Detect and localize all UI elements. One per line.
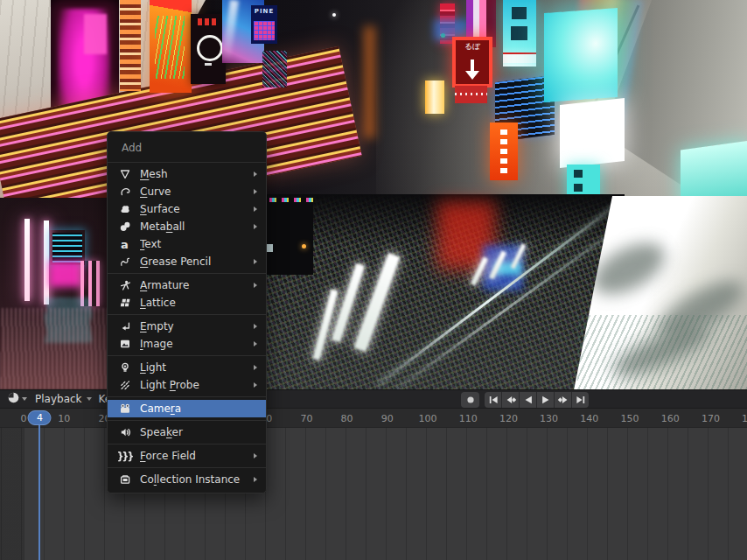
vehicle-lamp	[302, 244, 306, 248]
submenu-arrow-icon	[254, 172, 257, 177]
menu-item-surface[interactable]: Surface	[108, 200, 266, 218]
large-cyan-sign	[544, 8, 618, 102]
menu-item-collection-instance[interactable]: Collection Instance	[108, 471, 266, 488]
arrow-stem	[471, 60, 474, 72]
chevron-down-icon	[22, 397, 27, 401]
menu-item-label: Force Field	[140, 450, 247, 462]
current-frame-badge[interactable]: 4	[28, 410, 52, 425]
grease-pencil-icon	[117, 256, 132, 268]
menu-playback[interactable]: Playback	[30, 390, 97, 408]
collection-instance-icon	[117, 473, 132, 486]
add-menu: Add MeshCurveSurfaceMetaballaTextGrease …	[107, 131, 267, 494]
menu-item-label: Speaker	[140, 426, 257, 438]
submenu-arrow-icon	[254, 341, 257, 346]
submenu-arrow-icon	[254, 224, 257, 229]
red-kanji-marks	[198, 18, 219, 25]
camera-icon	[117, 402, 132, 415]
green-neon-script	[155, 16, 185, 79]
menu-item-label: Mesh	[140, 168, 247, 180]
jump-to-end-button[interactable]	[572, 392, 589, 408]
menu-item-label: Camera	[140, 402, 257, 415]
next-keyframe-button[interactable]	[555, 392, 571, 408]
kanji-mark	[511, 26, 527, 40]
menu-item-speaker[interactable]: Speaker	[108, 424, 266, 441]
menu-item-empty[interactable]: Empty	[108, 318, 266, 335]
menu-item-label: Metaball	[140, 220, 247, 233]
menu-item-camera[interactable]: Camera	[108, 400, 266, 417]
orange-glow-strip	[364, 26, 375, 138]
pine-sign-text: PINE	[251, 8, 277, 15]
frame-label: 110	[459, 413, 478, 424]
menu-separator	[108, 355, 266, 356]
kanji-mark	[574, 184, 583, 192]
menu-item-label: Image	[140, 338, 247, 350]
submenu-arrow-icon	[254, 189, 257, 194]
empty-icon	[117, 320, 132, 332]
menu-separator	[108, 273, 266, 274]
menu-item-light-probe[interactable]: Light Probe	[108, 376, 266, 394]
image-icon	[117, 338, 132, 350]
pink-poster	[84, 14, 107, 54]
submenu-arrow-icon	[254, 453, 257, 458]
playhead[interactable]	[38, 425, 40, 560]
menu-separator	[108, 467, 266, 468]
menu-item-grease-pencil[interactable]: Grease Pencil	[108, 253, 266, 270]
play-forward-button[interactable]	[537, 392, 554, 408]
menu-separator	[108, 314, 266, 315]
menu-item-label: Empty	[140, 320, 247, 332]
menu-item-image[interactable]: Image	[108, 335, 266, 353]
frame-label: 120	[499, 413, 518, 424]
clock-icon	[7, 391, 20, 408]
curve-icon	[117, 186, 132, 198]
frame-label: 150	[621, 413, 639, 424]
menu-separator	[108, 444, 266, 444]
menu-item-mesh[interactable]: Mesh	[108, 165, 266, 183]
black-circle-sign	[191, 14, 226, 84]
frame-label: 70	[300, 413, 312, 424]
submenu-arrow-icon	[254, 382, 257, 388]
editor-type-button[interactable]	[4, 390, 30, 409]
frame-label: 130	[540, 413, 558, 424]
menu-item-force-field[interactable]: }}}Force Field	[108, 447, 266, 465]
menu-item-lattice[interactable]: Lattice	[108, 294, 266, 312]
mesh-icon	[117, 168, 132, 180]
previous-keyframe-button[interactable]	[502, 392, 519, 408]
menu-item-curve[interactable]: Curve	[108, 183, 266, 200]
cyan-kanji-sign	[503, 0, 536, 66]
yellow-glow-sign	[425, 80, 444, 114]
metaball-icon	[117, 220, 132, 233]
submenu-arrow-icon	[254, 259, 257, 264]
menu-item-label: Light	[140, 361, 247, 374]
frame-label: 140	[580, 413, 598, 424]
menu-item-label: Collection Instance	[140, 473, 247, 486]
frame-label: 100	[419, 413, 437, 424]
blender-window: PINE るぼ	[0, 0, 747, 560]
menu-item-metaball[interactable]: Metaball	[108, 218, 266, 235]
menu-separator	[108, 396, 266, 397]
pine-sign-grid	[254, 21, 275, 40]
white-neon-tube	[24, 219, 30, 301]
menu-item-light[interactable]: Light	[108, 359, 266, 376]
lattice-icon	[117, 297, 132, 309]
text-icon: a	[117, 239, 132, 250]
menu-item-armature[interactable]: Armature	[108, 276, 266, 294]
play-reverse-button[interactable]	[520, 392, 536, 408]
sign-white-text-marks	[500, 130, 507, 173]
record-button[interactable]	[461, 392, 479, 408]
submenu-arrow-icon	[254, 206, 257, 212]
force-field-icon: }}}	[117, 451, 132, 462]
surface-icon	[117, 203, 132, 215]
jump-to-start-button[interactable]	[485, 392, 501, 408]
menu-item-text[interactable]: aText	[108, 235, 266, 253]
speaker-icon	[117, 426, 132, 438]
white-glow-panel	[560, 98, 625, 168]
chevron-down-icon	[87, 397, 92, 401]
frame-label: 10	[58, 413, 70, 424]
submenu-arrow-icon	[254, 283, 257, 288]
playback-button-group	[485, 392, 589, 408]
light-probe-icon	[117, 379, 132, 391]
submenu-arrow-icon	[254, 324, 257, 329]
transport-controls	[461, 392, 589, 408]
pine-sign: PINE	[251, 5, 277, 44]
submenu-arrow-icon	[254, 477, 257, 482]
